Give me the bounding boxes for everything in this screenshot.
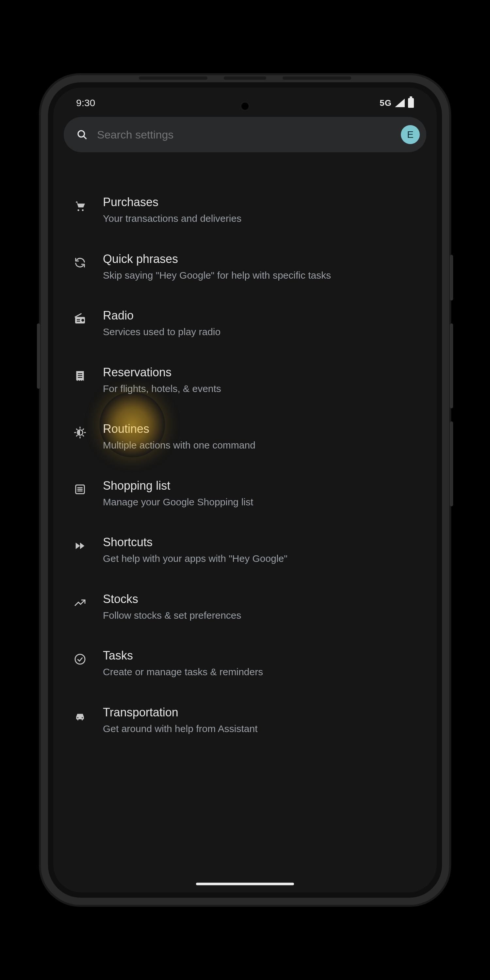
settings-item-shortcuts[interactable]: ShortcutsGet help with your apps with "H… bbox=[64, 522, 426, 579]
settings-item-subtitle: Manage your Google Shopping list bbox=[103, 496, 371, 509]
front-camera bbox=[239, 100, 251, 112]
status-right: 5G bbox=[380, 98, 414, 108]
speaker-groove bbox=[139, 76, 207, 80]
search-input[interactable] bbox=[97, 128, 392, 141]
svg-point-22 bbox=[75, 654, 85, 664]
phone-frame: 9:30 5G E PurchasesYour transac bbox=[41, 75, 449, 905]
settings-item-title: Quick phrases bbox=[103, 251, 420, 266]
settings-item-subtitle: For flights, hotels, & events bbox=[103, 382, 371, 396]
settings-item-subtitle: Skip saying "Hey Google" for help with s… bbox=[103, 269, 371, 282]
svg-point-3 bbox=[82, 209, 84, 211]
receipt-icon bbox=[70, 366, 90, 386]
settings-item-title: Shortcuts bbox=[103, 535, 420, 549]
svg-line-1 bbox=[84, 136, 86, 139]
settings-item-subtitle: Create or manage tasks & reminders bbox=[103, 665, 371, 679]
speaker-groove bbox=[224, 76, 266, 80]
settings-list: PurchasesYour transactions and deliverie… bbox=[53, 152, 437, 748]
car-icon bbox=[70, 706, 90, 726]
settings-item-title: Stocks bbox=[103, 592, 420, 606]
trend-up-icon bbox=[70, 593, 90, 612]
fast-forward-icon bbox=[70, 536, 90, 556]
settings-item-routines[interactable]: RoutinesMultiple actions with one comman… bbox=[64, 408, 426, 465]
settings-item-title: Radio bbox=[103, 308, 420, 323]
settings-item-texts: ReservationsFor flights, hotels, & event… bbox=[103, 365, 420, 396]
settings-item-reservations[interactable]: ReservationsFor flights, hotels, & event… bbox=[64, 352, 426, 409]
settings-item-texts: Quick phrasesSkip saying "Hey Google" fo… bbox=[103, 251, 420, 282]
svg-rect-9 bbox=[78, 373, 82, 374]
search-bar[interactable]: E bbox=[64, 117, 426, 152]
svg-point-2 bbox=[78, 209, 79, 211]
battery-icon bbox=[408, 98, 414, 108]
check-circle-icon bbox=[70, 649, 90, 669]
power-button bbox=[450, 255, 453, 301]
settings-item-texts: TransportationGet around with help from … bbox=[103, 705, 420, 736]
cart-icon bbox=[70, 196, 90, 216]
list-box-icon bbox=[70, 480, 90, 499]
radio-icon bbox=[70, 309, 90, 329]
screen: 9:30 5G E PurchasesYour transac bbox=[53, 88, 437, 892]
settings-item-subtitle: Services used to play radio bbox=[103, 325, 371, 339]
avatar-initial: E bbox=[407, 129, 414, 140]
settings-item-texts: ShortcutsGet help with your apps with "H… bbox=[103, 535, 420, 565]
volume-down-button bbox=[450, 422, 453, 506]
settings-item-purchases[interactable]: PurchasesYour transactions and deliverie… bbox=[64, 181, 426, 239]
status-time: 9:30 bbox=[76, 97, 95, 108]
svg-marker-21 bbox=[80, 542, 84, 549]
home-indicator[interactable] bbox=[196, 883, 294, 885]
volume-up-button bbox=[450, 323, 453, 408]
search-icon bbox=[76, 129, 88, 140]
settings-item-title: Purchases bbox=[103, 195, 420, 209]
avatar[interactable]: E bbox=[401, 125, 420, 144]
side-switch bbox=[37, 323, 40, 389]
svg-point-18 bbox=[77, 489, 78, 490]
signal-icon bbox=[395, 99, 405, 107]
settings-item-subtitle: Follow stocks & set preferences bbox=[103, 609, 371, 622]
settings-item-subtitle: Get around with help from Assistant bbox=[103, 722, 371, 736]
svg-rect-11 bbox=[78, 377, 82, 378]
settings-item-title: Routines bbox=[103, 422, 420, 436]
settings-item-texts: RadioServices used to play radio bbox=[103, 308, 420, 339]
settings-item-texts: RoutinesMultiple actions with one comman… bbox=[103, 422, 420, 452]
settings-item-subtitle: Your transactions and deliveries bbox=[103, 212, 371, 225]
sun-gear-icon bbox=[70, 423, 90, 442]
svg-marker-20 bbox=[76, 542, 80, 549]
phone-bezel: 9:30 5G E PurchasesYour transac bbox=[48, 82, 442, 898]
svg-point-6 bbox=[81, 319, 84, 321]
settings-item-quick-phrases[interactable]: Quick phrasesSkip saying "Hey Google" fo… bbox=[64, 239, 426, 295]
svg-rect-10 bbox=[78, 375, 82, 376]
settings-item-shopping-list[interactable]: Shopping listManage your Google Shopping… bbox=[64, 465, 426, 522]
settings-item-subtitle: Multiple actions with one command bbox=[103, 439, 371, 452]
settings-item-title: Tasks bbox=[103, 648, 420, 663]
svg-point-19 bbox=[77, 491, 78, 491]
svg-point-0 bbox=[78, 130, 84, 137]
settings-item-texts: TasksCreate or manage tasks & reminders bbox=[103, 648, 420, 679]
svg-rect-8 bbox=[77, 321, 80, 322]
svg-line-5 bbox=[75, 313, 81, 317]
svg-rect-7 bbox=[77, 319, 80, 320]
settings-item-stocks[interactable]: StocksFollow stocks & set preferences bbox=[64, 579, 426, 635]
network-label: 5G bbox=[380, 98, 392, 108]
settings-item-texts: StocksFollow stocks & set preferences bbox=[103, 592, 420, 622]
refresh-icon bbox=[70, 253, 90, 272]
svg-point-17 bbox=[77, 487, 78, 488]
settings-item-texts: Shopping listManage your Google Shopping… bbox=[103, 478, 420, 509]
speaker-groove bbox=[283, 76, 351, 80]
svg-point-23 bbox=[78, 717, 78, 718]
settings-item-title: Transportation bbox=[103, 705, 420, 720]
settings-item-texts: PurchasesYour transactions and deliverie… bbox=[103, 195, 420, 225]
settings-item-transportation[interactable]: TransportationGet around with help from … bbox=[64, 692, 426, 749]
settings-item-radio[interactable]: RadioServices used to play radio bbox=[64, 295, 426, 352]
settings-item-subtitle: Get help with your apps with "Hey Google… bbox=[103, 552, 371, 565]
settings-item-title: Reservations bbox=[103, 365, 420, 380]
settings-item-tasks[interactable]: TasksCreate or manage tasks & reminders bbox=[64, 635, 426, 692]
svg-point-24 bbox=[82, 717, 83, 718]
settings-item-title: Shopping list bbox=[103, 478, 420, 493]
